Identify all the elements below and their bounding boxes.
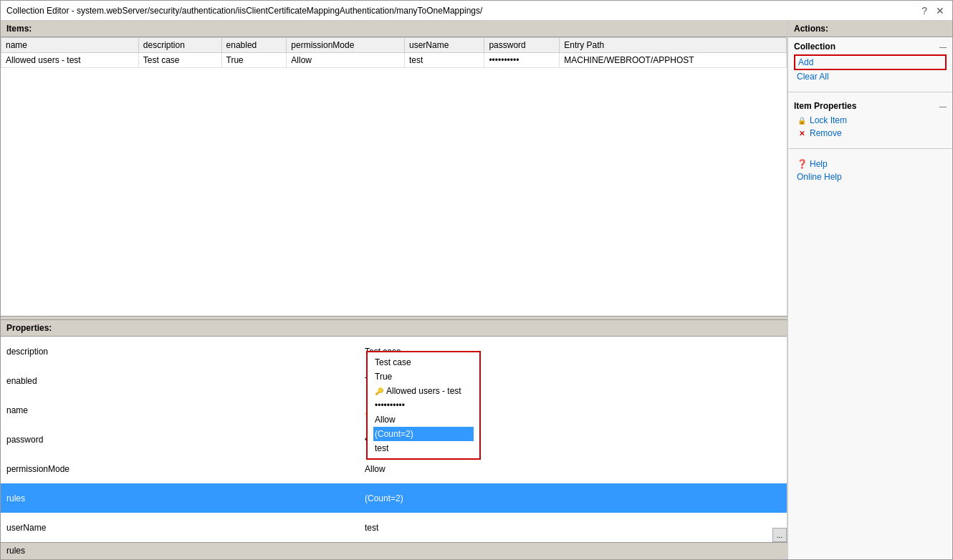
window-title: Collection Editor - system.webServer/sec… bbox=[6, 6, 482, 16]
lock-item-action[interactable]: 🔒 Lock Item bbox=[794, 114, 947, 127]
help-section: ❓ Help Online Help bbox=[788, 153, 952, 188]
remove-label: Remove bbox=[810, 128, 842, 138]
properties-section: Properties: descriptionTest caseenabledT… bbox=[1, 320, 787, 542]
prop-name: rules bbox=[1, 483, 359, 513]
item-properties-label: Item Properties bbox=[794, 101, 856, 111]
table-cell: MACHINE/WEBROOT/APPHOST bbox=[560, 53, 787, 68]
collection-collapse-btn[interactable]: — bbox=[939, 43, 947, 51]
collection-section: Collection — Add Clear All bbox=[788, 37, 952, 87]
prop-name: userName bbox=[1, 513, 359, 542]
status-bar: rules bbox=[1, 542, 787, 559]
actions-panel: Actions: Collection — Add Clear All Item… bbox=[787, 21, 952, 559]
properties-table-container[interactable]: descriptionTest caseenabledTruename🔑 All… bbox=[1, 337, 787, 542]
prop-name: name bbox=[1, 395, 359, 425]
remove-action[interactable]: ✕ Remove bbox=[794, 127, 947, 140]
items-table: name description enabled permissionMode … bbox=[1, 37, 787, 68]
table-cell: Allow bbox=[287, 53, 405, 68]
clear-all-label: Clear All bbox=[797, 72, 829, 82]
window-controls: ? ✕ bbox=[919, 5, 947, 16]
value-popup: Test caseTrue🔑Allowed users - test••••••… bbox=[366, 351, 481, 460]
popup-row[interactable]: Allow bbox=[373, 412, 474, 427]
help-button[interactable]: ? bbox=[919, 5, 929, 16]
collection-add[interactable]: Add bbox=[794, 54, 947, 70]
table-cell: Test case bbox=[138, 53, 221, 68]
close-button[interactable]: ✕ bbox=[934, 5, 947, 16]
lock-icon: 🔒 bbox=[797, 115, 807, 125]
col-enabled: enabled bbox=[221, 38, 287, 53]
popup-row[interactable]: True bbox=[373, 370, 474, 384]
help-action[interactable]: ❓ Help bbox=[794, 158, 947, 170]
prop-name: permissionMode bbox=[1, 454, 359, 483]
online-help-action[interactable]: Online Help bbox=[794, 170, 947, 183]
items-header: Items: bbox=[1, 21, 787, 37]
left-panel: Items: name description enabled permissi… bbox=[1, 21, 787, 559]
popup-row[interactable]: (Count=2) bbox=[373, 427, 474, 441]
help-label: Help bbox=[810, 159, 828, 169]
items-section: Items: name description enabled permissi… bbox=[1, 21, 787, 316]
collection-title: Collection bbox=[794, 42, 835, 52]
collection-clear-all[interactable]: Clear All bbox=[794, 70, 947, 83]
section-divider-2 bbox=[788, 148, 952, 149]
popup-row[interactable]: test bbox=[373, 441, 474, 455]
prop-name: password bbox=[1, 425, 359, 454]
actions-header: Actions: bbox=[788, 21, 952, 37]
item-properties-collapse-btn[interactable]: — bbox=[939, 102, 947, 110]
prop-name: enabled bbox=[1, 366, 359, 395]
main-layout: Items: name description enabled permissi… bbox=[1, 21, 952, 559]
prop-value: (Count=2) bbox=[359, 483, 787, 513]
col-entrypath: Entry Path bbox=[560, 38, 787, 53]
online-help-label: Online Help bbox=[797, 172, 842, 182]
col-password: password bbox=[484, 38, 560, 53]
props-row[interactable]: rules(Count=2) bbox=[1, 483, 787, 513]
help-icon: ❓ bbox=[797, 159, 807, 169]
section-divider-1 bbox=[788, 92, 952, 92]
prop-value: test bbox=[359, 513, 787, 542]
add-label: Add bbox=[798, 57, 813, 67]
lock-item-label: Lock Item bbox=[810, 115, 847, 125]
items-table-container[interactable]: name description enabled permissionMode … bbox=[1, 37, 787, 316]
collection-section-title: Collection — bbox=[794, 42, 947, 52]
item-properties-title: Item Properties — bbox=[794, 101, 947, 111]
col-username: userName bbox=[404, 38, 484, 53]
status-text: rules bbox=[6, 546, 25, 556]
props-row[interactable]: userNametest bbox=[1, 513, 787, 542]
popup-row[interactable]: •••••••••• bbox=[373, 398, 474, 412]
properties-header: Properties: bbox=[1, 320, 787, 337]
table-cell: test bbox=[404, 53, 484, 68]
popup-key-icon: 🔑 bbox=[375, 387, 383, 395]
item-properties-section: Item Properties — 🔒 Lock Item ✕ Remove bbox=[788, 97, 952, 144]
col-description: description bbox=[138, 38, 221, 53]
table-cell: •••••••••• bbox=[484, 53, 560, 68]
col-name: name bbox=[1, 38, 139, 53]
table-cell: True bbox=[221, 53, 287, 68]
table-row[interactable]: Allowed users - testTest caseTrueAllowte… bbox=[1, 53, 787, 68]
title-bar: Collection Editor - system.webServer/sec… bbox=[1, 1, 952, 21]
table-header-row: name description enabled permissionMode … bbox=[1, 38, 787, 53]
col-permissionmode: permissionMode bbox=[287, 38, 405, 53]
table-cell: Allowed users - test bbox=[1, 53, 139, 68]
ellipsis-button[interactable]: ... bbox=[772, 528, 787, 542]
remove-icon: ✕ bbox=[797, 128, 807, 138]
popup-row[interactable]: Test case bbox=[373, 355, 474, 370]
prop-name: description bbox=[1, 337, 359, 366]
popup-row[interactable]: 🔑Allowed users - test bbox=[373, 384, 474, 398]
